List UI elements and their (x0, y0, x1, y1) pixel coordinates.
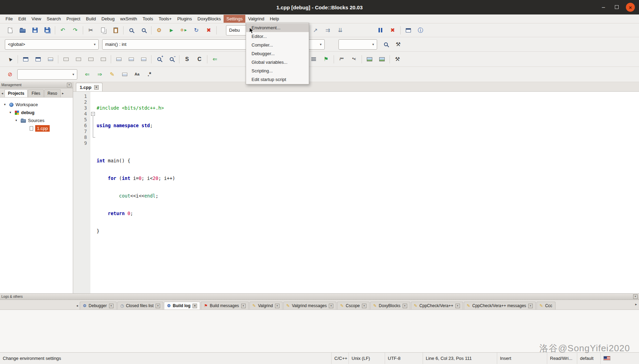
browse-back-button[interactable]: ⇐ (210, 54, 220, 64)
logs-scroll-left-icon[interactable]: ◂ (75, 304, 79, 310)
menu-valgrind[interactable]: Valgrind (245, 15, 267, 23)
wxsmith-dialog-button[interactable] (33, 54, 43, 64)
log-tab-valgrind-messages[interactable]: ✎Valgrind messages× (283, 302, 336, 310)
tree-item-file-1cpp[interactable]: 1.cpp (0, 124, 73, 132)
undo-button[interactable]: ↶ (58, 25, 68, 36)
goto-search-select[interactable]: ▾ (338, 39, 377, 50)
menu-project[interactable]: Project (64, 15, 83, 23)
menuitem-compiler[interactable]: Compiler... (246, 41, 309, 49)
close-button[interactable]: × (626, 3, 635, 12)
abort-button[interactable]: ✖ (204, 25, 214, 36)
open-file-button[interactable] (17, 25, 28, 36)
new-file-button[interactable] (5, 25, 15, 36)
menu-debug[interactable]: Debug (99, 15, 117, 23)
menu-doxyblocks[interactable]: DoxyBlocks (195, 15, 224, 23)
log-tab-close-button[interactable]: × (455, 304, 460, 308)
border-top-button[interactable] (86, 54, 96, 64)
menu-settings[interactable]: Settings (224, 15, 245, 23)
save-all-button[interactable] (42, 25, 52, 36)
log-tab-closed-files[interactable]: ◷Closed files list× (117, 302, 164, 310)
code-area[interactable]: 1 2 3 4 5 6 7 8 9 − #include <bits/stdc+… (73, 92, 639, 293)
incsearch-prev-button[interactable]: ⇐ (82, 69, 92, 80)
debug-stop-button[interactable]: ✖ (387, 25, 398, 36)
zoom-in-button[interactable]: + (154, 54, 164, 64)
doxy-block-comment-button[interactable]: /** (336, 54, 347, 64)
tab-files[interactable]: Files (28, 89, 43, 97)
log-tab-close-button[interactable]: × (528, 304, 533, 308)
sizer-button-2[interactable] (126, 54, 136, 64)
editor-tab-close-button[interactable]: × (94, 85, 99, 90)
menuitem-editor[interactable]: Editor... (246, 32, 309, 41)
build-and-run-button[interactable]: ⚙► (179, 25, 189, 36)
goto-declaration-button[interactable] (381, 39, 391, 50)
menu-file[interactable]: File (3, 15, 16, 23)
log-tab-close-button[interactable]: × (362, 304, 366, 308)
expander-icon[interactable]: ▼ (3, 103, 7, 106)
cut-button[interactable]: ✂ (86, 25, 96, 36)
log-tab-build-log[interactable]: ⚙Build log× (164, 302, 200, 310)
editor-tab-1cpp[interactable]: 1.cpp × (76, 83, 102, 91)
tab-projects[interactable]: Projects (4, 89, 28, 97)
menuitem-environment[interactable]: Environment... (246, 23, 309, 32)
menu-plugins[interactable]: Plugins (175, 15, 195, 23)
debug-info-button[interactable]: ⓘ (415, 25, 426, 36)
save-button[interactable] (30, 25, 40, 36)
doxy-line-comment-button[interactable]: *< (349, 54, 359, 64)
scope-select[interactable]: <global> ▾ (5, 39, 99, 50)
titlebar[interactable]: 1.cpp [debug] - Code::Blocks 20.03 – × (0, 0, 639, 14)
expander-icon[interactable]: ▼ (15, 119, 19, 122)
swap-source-button[interactable]: S (182, 54, 192, 64)
expander-icon[interactable]: ▼ (9, 111, 13, 114)
tree-item-sources[interactable]: ▼ Sources (0, 117, 73, 124)
menu-tools[interactable]: Tools (140, 15, 156, 23)
tree-item-workspace[interactable]: ▼ Workspace (0, 101, 73, 109)
menu-build[interactable]: Build (83, 15, 99, 23)
logs-scroll-right-icon[interactable]: ▸ (634, 302, 638, 308)
log-tab-close-button[interactable]: × (329, 304, 333, 308)
doxy-settings-button[interactable]: ⚒ (392, 54, 403, 64)
border-right-button[interactable] (73, 54, 83, 64)
redo-button[interactable]: ↷ (70, 25, 80, 36)
debug-step-into-instruction-button[interactable]: ⇊ (335, 25, 345, 36)
menu-tools-plus[interactable]: Tools+ (156, 15, 175, 23)
replace-button[interactable] (138, 25, 149, 36)
log-tab-cppcheck[interactable]: ✎CppCheck/Vera++× (411, 302, 463, 310)
sizer-button-1[interactable] (114, 54, 124, 64)
log-tab-close-button[interactable]: × (241, 304, 246, 308)
doxy-run-button[interactable]: ⚑ (321, 54, 331, 64)
incsearch-cancel-button[interactable]: ⊘ (5, 69, 15, 80)
tree-item-project-debug[interactable]: ▼ debug (0, 109, 73, 117)
log-tab-valgrind[interactable]: ✎Valgrind× (249, 302, 283, 310)
wxsmith-frame-button[interactable] (20, 54, 31, 64)
debug-step-out-button[interactable]: ↗ (310, 25, 321, 36)
tabs-scroll-right-icon[interactable]: ▸ (61, 91, 65, 97)
menu-edit[interactable]: Edit (16, 15, 29, 23)
menuitem-edit-startup-script[interactable]: Edit startup script (246, 75, 309, 84)
maximize-button[interactable] (613, 4, 620, 10)
tabs-scroll-left-icon[interactable]: ◂ (0, 91, 4, 97)
paste-button[interactable] (110, 25, 121, 36)
incsearch-input[interactable]: ▾ (17, 69, 77, 80)
log-tab-build-messages[interactable]: ⚑Build messages× (201, 302, 248, 310)
menuitem-global-variables[interactable]: Global variables... (246, 58, 309, 67)
incsearch-next-button[interactable]: ⇒ (95, 69, 105, 80)
rebuild-button[interactable]: ↻ (191, 25, 201, 36)
menu-search[interactable]: Search (44, 15, 63, 23)
fold-collapse-icon[interactable]: − (91, 112, 95, 116)
zoom-out-button[interactable]: − (166, 54, 177, 64)
log-tab-close-button[interactable]: × (156, 304, 160, 308)
build-button[interactable]: ⚙ (154, 25, 164, 36)
incsearch-match-case-button[interactable]: Aa (132, 69, 142, 80)
pointer-tool-button[interactable]: ► (5, 54, 15, 64)
incsearch-selection-only-button[interactable] (119, 69, 130, 80)
run-button[interactable]: ► (166, 25, 177, 36)
tab-resources[interactable]: Reso (44, 89, 61, 97)
debug-next-instruction-button[interactable]: ⇉ (323, 25, 333, 36)
insert-image-button[interactable] (364, 54, 375, 64)
debug-pause-button[interactable] (375, 25, 385, 36)
log-tab-close-button[interactable]: × (109, 304, 114, 308)
log-tab-debugger[interactable]: ⚙Debugger× (80, 302, 116, 310)
code-text[interactable]: #include <bits/stdc++.h> using namespace… (97, 92, 639, 293)
log-tab-cppcheck-messages[interactable]: ✎CppCheck/Vera++ messages× (464, 302, 536, 310)
incsearch-regex-button[interactable]: .* (144, 69, 155, 80)
